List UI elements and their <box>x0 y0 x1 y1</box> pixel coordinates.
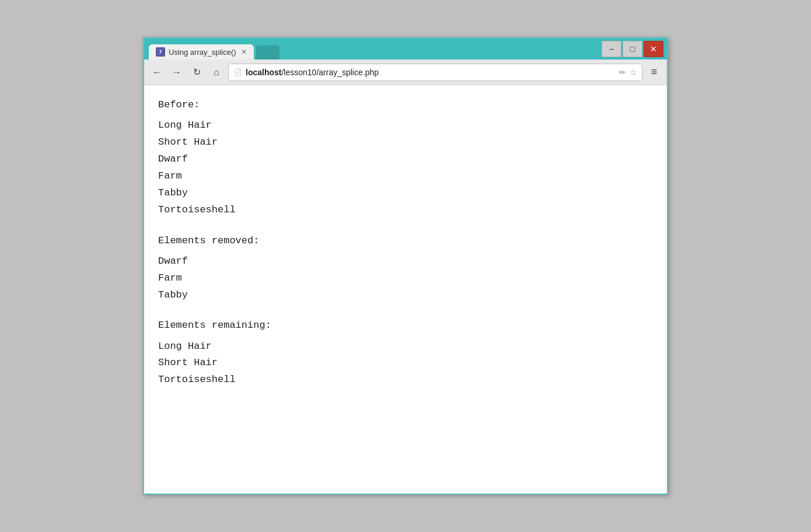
home-button[interactable]: ⌂ <box>208 64 225 80</box>
list-item: Dwarf <box>158 151 653 168</box>
tab-icon: 7 <box>156 47 165 57</box>
edit-icon[interactable]: ✏ <box>619 68 626 77</box>
address-text: localhost/lesson10/array_splice.php <box>246 68 616 77</box>
reload-button[interactable]: ↻ <box>188 64 205 80</box>
list-item: Tortoiseshell <box>158 202 653 219</box>
removed-section: Elements removed: Dwarf Farm Tabby <box>158 233 653 304</box>
before-header: Before: <box>158 97 653 113</box>
address-bar[interactable]: 📄 localhost/lesson10/array_splice.php ✏ … <box>228 64 642 81</box>
active-tab[interactable]: 7 Using array_splice() ✕ <box>149 44 254 60</box>
list-item: Tabby <box>158 185 653 202</box>
before-list: Long Hair Short Hair Dwarf Farm Tabby To… <box>158 117 653 218</box>
list-item: Long Hair <box>158 117 653 134</box>
before-label: Before: <box>158 99 200 110</box>
tab-title: Using array_splice() <box>169 48 236 57</box>
list-item: Short Hair <box>158 134 653 151</box>
removed-label: Elements removed: <box>158 235 259 246</box>
browser-window: 7 Using array_splice() ✕ − □ ✕ ← → ↻ ⌂ 📄… <box>143 37 668 495</box>
list-item: Farm <box>158 168 653 185</box>
page-content: Before: Long Hair Short Hair Dwarf Farm … <box>144 85 667 494</box>
remaining-label: Elements remaining: <box>158 320 271 331</box>
page-icon: 📄 <box>233 68 242 76</box>
minimize-button[interactable]: − <box>602 41 621 57</box>
list-item: Tortoiseshell <box>158 372 653 388</box>
window-controls: − □ ✕ <box>598 38 667 60</box>
remaining-list: Long Hair Short Hair Tortoiseshell <box>158 338 653 389</box>
tab-area: 7 Using array_splice() ✕ <box>144 38 598 60</box>
address-actions: ✏ ☆ <box>619 68 637 77</box>
close-button[interactable]: ✕ <box>644 41 663 57</box>
list-item: Short Hair <box>158 355 653 372</box>
list-item: Farm <box>158 270 653 287</box>
removed-header: Elements removed: <box>158 233 653 249</box>
back-button[interactable]: ← <box>149 64 165 80</box>
forward-button[interactable]: → <box>169 64 185 80</box>
maximize-button[interactable]: □ <box>623 41 642 57</box>
title-bar: 7 Using array_splice() ✕ − □ ✕ <box>144 38 667 60</box>
bookmark-icon[interactable]: ☆ <box>630 68 637 77</box>
nav-bar: ← → ↻ ⌂ 📄 localhost/lesson10/array_splic… <box>144 60 667 85</box>
remaining-header: Elements remaining: <box>158 317 653 333</box>
address-host: localhost <box>246 68 281 77</box>
new-tab-button[interactable] <box>256 46 279 60</box>
list-item: Long Hair <box>158 338 653 355</box>
tab-close-button[interactable]: ✕ <box>241 48 247 56</box>
removed-list: Dwarf Farm Tabby <box>158 253 653 304</box>
before-section: Before: Long Hair Short Hair Dwarf Farm … <box>158 97 653 219</box>
remaining-section: Elements remaining: Long Hair Short Hair… <box>158 317 653 388</box>
address-path: /lesson10/array_splice.php <box>281 68 379 77</box>
list-item: Dwarf <box>158 253 653 270</box>
browser-menu-button[interactable]: ≡ <box>646 64 662 80</box>
list-item: Tabby <box>158 287 653 304</box>
